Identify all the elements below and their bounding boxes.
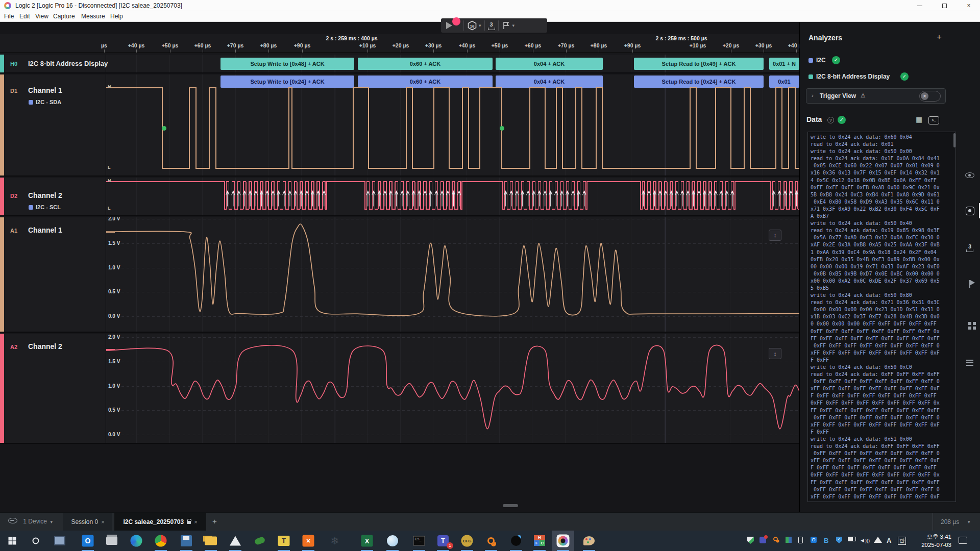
horizontal-scrollbar[interactable] [503, 504, 518, 507]
chrome-app-icon[interactable] [150, 531, 172, 551]
d1-label[interactable]: D1 Channel 1 I2C - SDA [4, 74, 106, 176]
tab-i2c-saleae[interactable]: I2C saleae_20250703× [114, 513, 206, 531]
h0-label[interactable]: H0 I2C 8-bit Address Display [4, 55, 106, 72]
tray-ime-lang-icon[interactable]: A [887, 537, 891, 544]
i2c-annotation[interactable]: Setup Write to [0x48] + ACK [220, 58, 354, 70]
notification-center-icon[interactable] [959, 537, 967, 544]
magnifier-app-icon-glyph [487, 537, 495, 544]
run-capture-button[interactable] [441, 18, 460, 33]
close-tab-icon[interactable]: × [101, 519, 104, 525]
tab-session-0[interactable]: Session 0× [63, 513, 112, 531]
close-button[interactable]: × [958, 0, 980, 11]
menu-measure[interactable]: Measure [81, 13, 105, 20]
i2c-annotation[interactable]: Setup Read to [0x49] + ACK [634, 58, 764, 70]
tray-app-icon[interactable] [786, 537, 792, 543]
taskbar-clock[interactable]: 오후 3:41 2025-07-03 [910, 533, 951, 549]
tray-search-icon[interactable] [773, 537, 778, 541]
a2-label[interactable]: A2 Channel 2 [4, 334, 106, 443]
menu-help[interactable]: Help [110, 13, 123, 20]
magnifier-app-icon[interactable] [480, 531, 502, 551]
teams-badge: 1 [447, 542, 453, 549]
excel-app-icon[interactable]: X [356, 531, 378, 551]
start-button[interactable] [1, 531, 23, 551]
cfg-app-icon[interactable]: CFG [456, 531, 478, 551]
add-analyzer-button[interactable]: + [937, 32, 942, 42]
kayak-app-icon[interactable] [249, 531, 271, 551]
device-selector[interactable]: 1 Device ▾ [8, 518, 53, 525]
globe-app-icon-glyph [387, 535, 398, 546]
tray-usb-icon[interactable] [798, 537, 803, 543]
save-app-icon[interactable] [175, 531, 198, 551]
menu-edit[interactable]: Edit [19, 13, 30, 20]
globe-app-icon[interactable] [381, 531, 404, 551]
device-16-button[interactable]: 16 ▾ [467, 20, 481, 31]
a1-track[interactable]: 2.0 V1.5 V1.0 V0.5 V0.0 V↕ [106, 217, 799, 332]
data-scrollbar[interactable] [953, 133, 955, 147]
time-range-value[interactable]: 208 µs [941, 518, 959, 525]
maximize-button[interactable] [933, 0, 955, 11]
printer-app-icon[interactable] [101, 531, 123, 551]
logic2-app-icon[interactable] [552, 531, 574, 551]
d2-track[interactable]: HL [106, 178, 799, 215]
menu-capture[interactable]: Capture [53, 13, 75, 20]
tray-volume-icon[interactable]: ◄))) [860, 537, 870, 544]
capture-panel-icon[interactable]: 3 [963, 243, 976, 257]
terminal-app-icon[interactable]: C:\_ [408, 531, 430, 551]
drive-app-icon-glyph [131, 535, 142, 547]
tray-defender-icon[interactable] [747, 537, 754, 544]
triangle-app-icon[interactable] [224, 531, 247, 551]
eye-icon[interactable] [963, 168, 976, 181]
timeline-ruler[interactable]: µs+40 µs+50 µs+60 µs+70 µs+80 µs+90 µs+1… [0, 34, 799, 53]
scale-gauge-button[interactable]: ↕ [769, 348, 781, 359]
data-line: write to 0x24 ack data: 0x60 0x04 [811, 134, 955, 141]
snowflake-app-icon[interactable]: ❄ [324, 531, 346, 551]
minimize-button[interactable] [909, 0, 931, 11]
hfc-app-icon[interactable]: HFC [528, 531, 551, 551]
d2-label[interactable]: D2 Channel 2 I2C - SCL [4, 178, 106, 215]
hexagon-16-icon: 16 [467, 20, 477, 31]
menu-view[interactable]: View [35, 13, 48, 20]
trigger-view-row[interactable]: › Trigger View ⚠ × [806, 88, 946, 104]
tray-teams-icon[interactable] [760, 537, 766, 543]
outlook-app-icon[interactable]: O [77, 531, 99, 551]
i2c-annotation[interactable]: 0x04 + ACK [496, 58, 603, 70]
data-line: FF 0xFF 0xFF 0xFF 0xFF 0xFF 0xFF 0xFF 0x… [811, 335, 955, 342]
menu-file[interactable]: File [4, 13, 14, 20]
tray-outlook-icon[interactable]: O [811, 537, 817, 543]
palette-app-icon[interactable] [578, 531, 600, 551]
explorer-app-icon[interactable] [200, 531, 222, 551]
h0-track[interactable]: Setup Write to [0x48] + ACK0x60 + ACK0x0… [106, 55, 799, 72]
search-icon[interactable] [24, 531, 47, 551]
explorer-app-icon-glyph [205, 537, 217, 545]
close-tab-icon[interactable]: × [194, 519, 197, 525]
window-title: Logic 2 [Logic Pro 16 - Disconnected] [I… [15, 2, 182, 9]
trigger-toggle[interactable]: × [919, 91, 941, 102]
pc-app-icon[interactable] [48, 531, 71, 551]
new-tab-button[interactable]: + [212, 517, 217, 525]
i2c-annotation[interactable]: 0x60 + ACK [358, 58, 493, 70]
tray-wifi-icon[interactable] [874, 537, 882, 543]
teams-app-icon[interactable]: T1 [432, 531, 454, 551]
i2c-annotation[interactable]: 0x01 + N [769, 58, 799, 70]
annotations-panel-icon[interactable] [963, 278, 976, 291]
annotation-flag-button[interactable]: ▾ [502, 21, 515, 30]
terminal-view-icon[interactable]: >_ [928, 116, 939, 124]
drive-app-icon[interactable] [125, 531, 148, 551]
tray-ime-korean-icon[interactable]: 한 [898, 537, 906, 545]
scale-gauge-button[interactable]: ↕ [769, 230, 781, 241]
a1-label[interactable]: A1 Channel 1 [4, 217, 106, 332]
dot-app-icon[interactable] [505, 531, 527, 551]
table-view-icon[interactable]: ▦ [916, 115, 922, 123]
tray-bluetooth-icon[interactable]: B [824, 537, 828, 544]
d1-track[interactable]: Setup Write to [0x24] + ACK0x60 + ACK0x0… [106, 74, 799, 176]
data-panel[interactable]: write to 0x24 ack data: 0x60 0x04read to… [807, 132, 956, 502]
analyzer-panel-icon[interactable] [963, 205, 976, 218]
capture-mode-button[interactable]: 3 [488, 21, 495, 30]
measurements-panel-icon[interactable] [963, 354, 976, 367]
a2-track[interactable]: 2.0 V1.5 V1.0 V0.5 V0.0 V↕ [106, 334, 799, 443]
flashprint-app-icon[interactable]: × [297, 531, 320, 551]
tray-battery-icon[interactable] [848, 537, 856, 541]
help-icon[interactable]: ? [827, 117, 834, 123]
tray-security-icon[interactable]: ✓ [836, 537, 842, 543]
texter-app-icon[interactable]: T [273, 531, 295, 551]
